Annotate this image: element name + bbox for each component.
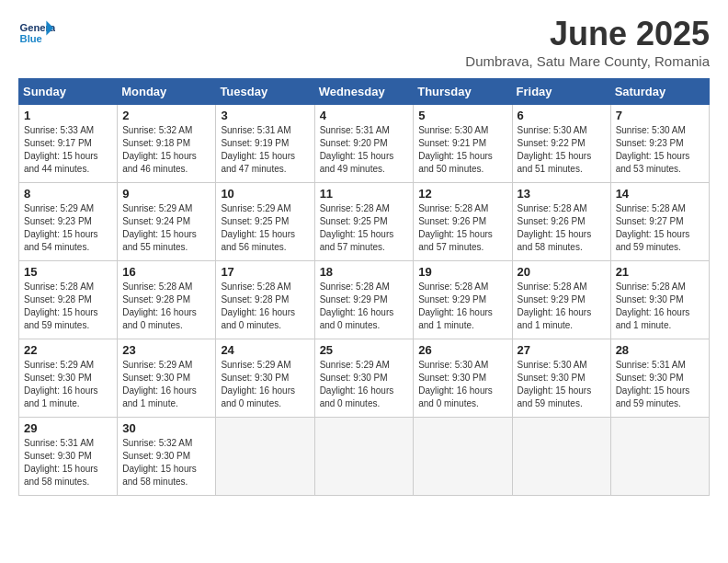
day-number: 17: [221, 265, 309, 279]
day-number: 12: [418, 187, 506, 201]
calendar-cell: 15Sunrise: 5:28 AM Sunset: 9:28 PM Dayli…: [19, 261, 118, 339]
calendar-cell: 21Sunrise: 5:28 AM Sunset: 9:30 PM Dayli…: [610, 261, 709, 339]
day-number: 28: [616, 343, 704, 357]
weekday-header-wednesday: Wednesday: [314, 79, 414, 105]
calendar-cell: 5Sunrise: 5:30 AM Sunset: 9:21 PM Daylig…: [414, 105, 512, 183]
calendar-cell: 10Sunrise: 5:29 AM Sunset: 9:25 PM Dayli…: [216, 183, 314, 261]
day-number: 10: [221, 187, 309, 201]
logo-icon: General Blue: [18, 15, 55, 52]
calendar-cell: 23Sunrise: 5:29 AM Sunset: 9:30 PM Dayli…: [118, 339, 216, 418]
calendar-cell: 9Sunrise: 5:29 AM Sunset: 9:24 PM Daylig…: [118, 183, 216, 261]
calendar-cell: 12Sunrise: 5:28 AM Sunset: 9:26 PM Dayli…: [414, 183, 512, 261]
day-number: 9: [122, 187, 210, 201]
day-number: 4: [320, 109, 409, 122]
weekday-header-saturday: Saturday: [610, 79, 709, 105]
svg-text:Blue: Blue: [20, 33, 42, 44]
day-info: Sunrise: 5:28 AM Sunset: 9:26 PM Dayligh…: [418, 202, 506, 254]
day-info: Sunrise: 5:28 AM Sunset: 9:28 PM Dayligh…: [221, 281, 309, 332]
day-number: 16: [122, 265, 210, 279]
weekday-header-friday: Friday: [512, 79, 610, 105]
day-info: Sunrise: 5:28 AM Sunset: 9:29 PM Dayligh…: [320, 281, 409, 332]
day-info: Sunrise: 5:30 AM Sunset: 9:21 PM Dayligh…: [418, 124, 506, 176]
day-number: 6: [518, 109, 606, 122]
day-info: Sunrise: 5:28 AM Sunset: 9:28 PM Dayligh…: [24, 281, 112, 332]
day-number: 26: [418, 343, 506, 357]
calendar-cell: 17Sunrise: 5:28 AM Sunset: 9:28 PM Dayli…: [216, 261, 314, 339]
day-info: Sunrise: 5:29 AM Sunset: 9:30 PM Dayligh…: [24, 359, 112, 410]
day-info: Sunrise: 5:29 AM Sunset: 9:30 PM Dayligh…: [320, 359, 409, 410]
day-info: Sunrise: 5:28 AM Sunset: 9:29 PM Dayligh…: [418, 281, 506, 332]
calendar-cell: 8Sunrise: 5:29 AM Sunset: 9:23 PM Daylig…: [19, 183, 118, 261]
calendar-cell: 25Sunrise: 5:29 AM Sunset: 9:30 PM Dayli…: [314, 339, 414, 418]
calendar-cell: 19Sunrise: 5:28 AM Sunset: 9:29 PM Dayli…: [414, 261, 512, 339]
calendar-cell: [610, 418, 709, 496]
day-info: Sunrise: 5:30 AM Sunset: 9:22 PM Dayligh…: [518, 124, 606, 176]
calendar-cell: 4Sunrise: 5:31 AM Sunset: 9:20 PM Daylig…: [314, 105, 414, 183]
day-number: 2: [122, 109, 210, 122]
day-number: 20: [518, 265, 606, 279]
calendar-cell: [512, 418, 610, 496]
day-number: 25: [320, 343, 409, 357]
location-title: Dumbrava, Satu Mare County, Romania: [465, 53, 710, 69]
day-info: Sunrise: 5:28 AM Sunset: 9:25 PM Dayligh…: [320, 202, 409, 254]
day-info: Sunrise: 5:28 AM Sunset: 9:29 PM Dayligh…: [518, 281, 606, 332]
day-number: 29: [24, 421, 112, 435]
calendar-cell: 27Sunrise: 5:30 AM Sunset: 9:30 PM Dayli…: [512, 339, 610, 418]
calendar-table: SundayMondayTuesdayWednesdayThursdayFrid…: [18, 78, 710, 496]
calendar-cell: [414, 418, 512, 496]
day-number: 27: [518, 343, 606, 357]
calendar-cell: 26Sunrise: 5:30 AM Sunset: 9:30 PM Dayli…: [414, 339, 512, 418]
day-info: Sunrise: 5:28 AM Sunset: 9:26 PM Dayligh…: [518, 202, 606, 254]
calendar-cell: 16Sunrise: 5:28 AM Sunset: 9:28 PM Dayli…: [118, 261, 216, 339]
day-info: Sunrise: 5:28 AM Sunset: 9:30 PM Dayligh…: [616, 281, 704, 332]
day-info: Sunrise: 5:32 AM Sunset: 9:30 PM Dayligh…: [122, 437, 210, 488]
day-info: Sunrise: 5:29 AM Sunset: 9:30 PM Dayligh…: [122, 359, 210, 410]
day-number: 30: [122, 421, 210, 435]
calendar-cell: 24Sunrise: 5:29 AM Sunset: 9:30 PM Dayli…: [216, 339, 314, 418]
calendar-cell: 3Sunrise: 5:31 AM Sunset: 9:19 PM Daylig…: [216, 105, 314, 183]
weekday-header-tuesday: Tuesday: [216, 79, 314, 105]
day-info: Sunrise: 5:33 AM Sunset: 9:17 PM Dayligh…: [24, 124, 112, 176]
day-number: 24: [221, 343, 309, 357]
day-number: 14: [616, 187, 704, 201]
day-info: Sunrise: 5:31 AM Sunset: 9:19 PM Dayligh…: [221, 124, 309, 176]
day-number: 21: [616, 265, 704, 279]
day-info: Sunrise: 5:31 AM Sunset: 9:30 PM Dayligh…: [24, 437, 112, 488]
day-number: 8: [24, 187, 112, 201]
day-number: 1: [24, 109, 112, 122]
day-info: Sunrise: 5:28 AM Sunset: 9:27 PM Dayligh…: [616, 202, 704, 254]
calendar-cell: 1Sunrise: 5:33 AM Sunset: 9:17 PM Daylig…: [19, 105, 118, 183]
weekday-header-row: SundayMondayTuesdayWednesdayThursdayFrid…: [19, 79, 710, 105]
calendar-cell: 18Sunrise: 5:28 AM Sunset: 9:29 PM Dayli…: [314, 261, 414, 339]
weekday-header-monday: Monday: [118, 79, 216, 105]
day-number: 13: [518, 187, 606, 201]
calendar-cell: 20Sunrise: 5:28 AM Sunset: 9:29 PM Dayli…: [512, 261, 610, 339]
week-row-4: 22Sunrise: 5:29 AM Sunset: 9:30 PM Dayli…: [19, 339, 710, 418]
calendar-cell: 7Sunrise: 5:30 AM Sunset: 9:23 PM Daylig…: [610, 105, 709, 183]
calendar-cell: [314, 418, 414, 496]
calendar-cell: 28Sunrise: 5:31 AM Sunset: 9:30 PM Dayli…: [610, 339, 709, 418]
calendar-cell: 29Sunrise: 5:31 AM Sunset: 9:30 PM Dayli…: [19, 418, 118, 496]
day-info: Sunrise: 5:30 AM Sunset: 9:30 PM Dayligh…: [418, 359, 506, 410]
title-area: June 2025 Dumbrava, Satu Mare County, Ro…: [465, 15, 710, 69]
day-info: Sunrise: 5:29 AM Sunset: 9:25 PM Dayligh…: [221, 202, 309, 254]
calendar-cell: 14Sunrise: 5:28 AM Sunset: 9:27 PM Dayli…: [610, 183, 709, 261]
day-info: Sunrise: 5:31 AM Sunset: 9:20 PM Dayligh…: [320, 124, 409, 176]
week-row-3: 15Sunrise: 5:28 AM Sunset: 9:28 PM Dayli…: [19, 261, 710, 339]
calendar-cell: 13Sunrise: 5:28 AM Sunset: 9:26 PM Dayli…: [512, 183, 610, 261]
calendar-cell: [216, 418, 314, 496]
calendar-cell: 11Sunrise: 5:28 AM Sunset: 9:25 PM Dayli…: [314, 183, 414, 261]
week-row-2: 8Sunrise: 5:29 AM Sunset: 9:23 PM Daylig…: [19, 183, 710, 261]
month-title: June 2025: [465, 15, 710, 53]
calendar-cell: 30Sunrise: 5:32 AM Sunset: 9:30 PM Dayli…: [118, 418, 216, 496]
day-info: Sunrise: 5:29 AM Sunset: 9:30 PM Dayligh…: [221, 359, 309, 410]
day-info: Sunrise: 5:29 AM Sunset: 9:23 PM Dayligh…: [24, 202, 112, 254]
logo: General Blue: [18, 15, 55, 52]
calendar-cell: 6Sunrise: 5:30 AM Sunset: 9:22 PM Daylig…: [512, 105, 610, 183]
header: General Blue June 2025 Dumbrava, Satu Ma…: [18, 15, 710, 69]
day-info: Sunrise: 5:32 AM Sunset: 9:18 PM Dayligh…: [122, 124, 210, 176]
weekday-header-thursday: Thursday: [414, 79, 512, 105]
day-number: 23: [122, 343, 210, 357]
week-row-1: 1Sunrise: 5:33 AM Sunset: 9:17 PM Daylig…: [19, 105, 710, 183]
day-number: 3: [221, 109, 309, 122]
